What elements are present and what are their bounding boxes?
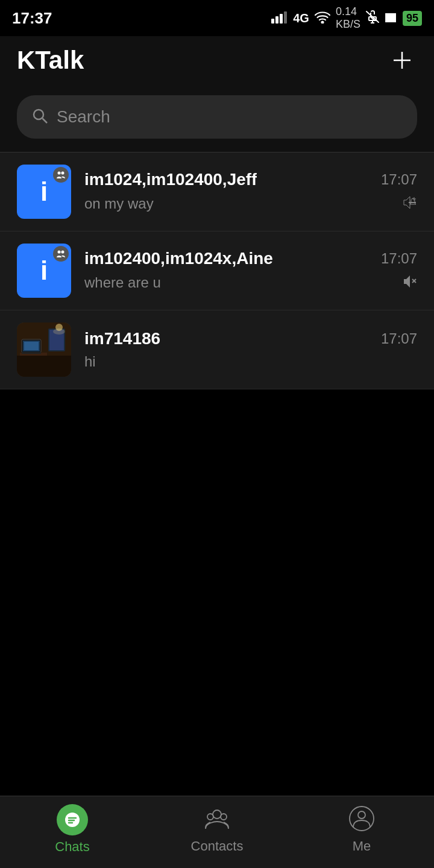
avatar-2: i — [17, 244, 71, 298]
battery-indicator: 95 — [403, 11, 422, 26]
svg-point-31 — [53, 329, 65, 335]
status-bar: 17:37 4G 0.14KB/S — [0, 0, 434, 36]
status-time: 17:37 — [12, 9, 52, 28]
chat-time-2: 17:07 — [381, 250, 417, 267]
svg-rect-2 — [280, 14, 283, 24]
svg-point-10 — [34, 110, 43, 119]
chat-preview-row-2: where are u — [84, 273, 417, 292]
svg-point-40 — [358, 811, 365, 819]
bluetooth-icon: ⯀ — [385, 10, 398, 26]
svg-rect-3 — [284, 11, 287, 24]
avatar-3 — [17, 322, 71, 377]
tab-chats[interactable]: Chats — [0, 804, 145, 861]
avatar-letter-1: i — [40, 177, 48, 207]
mute-status-icon — [365, 10, 380, 26]
search-bar[interactable]: Search — [17, 95, 417, 139]
chat-name-row-1: im1024,im102400,Jeff 17:07 — [84, 170, 417, 189]
svg-point-13 — [61, 172, 64, 175]
bottom-navigation: Chats Contacts Me — [0, 796, 434, 868]
avatar-1: i — [17, 165, 71, 219]
search-placeholder: Search — [57, 107, 403, 127]
chat-info-1: im1024,im102400,Jeff 17:07 on my way — [84, 170, 417, 213]
search-icon — [31, 107, 48, 127]
tab-me-label: Me — [353, 838, 371, 854]
chat-list: i im1024,im102400,Jeff 17:07 on my way — [0, 153, 434, 389]
chat-preview-3: hi — [84, 353, 96, 370]
chat-item-2[interactable]: i im102400,im1024x,Aine 17:07 where are … — [0, 231, 434, 310]
avatar-photo-svg — [17, 322, 71, 377]
chat-info-3: im714186 17:07 hi — [84, 329, 417, 370]
status-icons: 4G 0.14KB/S ⯀ 95 — [271, 5, 422, 31]
tab-contacts[interactable]: Contacts — [145, 805, 289, 860]
svg-rect-0 — [271, 19, 274, 24]
chat-time-1: 17:07 — [381, 171, 417, 188]
chat-name-3: im714186 — [84, 329, 160, 348]
me-icon — [348, 805, 376, 835]
avatar-letter-2: i — [40, 256, 48, 286]
svg-rect-25 — [22, 352, 41, 354]
svg-line-11 — [43, 119, 48, 124]
wifi-icon — [314, 10, 331, 26]
svg-point-36 — [213, 810, 221, 819]
svg-point-12 — [58, 172, 61, 175]
app-title: KTalk — [17, 46, 84, 75]
contacts-icon — [203, 805, 231, 835]
app-header: KTalk — [0, 36, 434, 84]
chat-item-1[interactable]: i im1024,im102400,Jeff 17:07 on my way — [0, 153, 434, 231]
chat-name-1: im1024,im102400,Jeff — [84, 170, 257, 189]
speed-indicator: 0.14KB/S — [336, 5, 360, 31]
network-type: 4G — [293, 11, 309, 25]
mute-icon-1 — [400, 194, 417, 213]
chat-preview-2: where are u — [84, 274, 161, 291]
svg-rect-27 — [24, 342, 39, 350]
svg-rect-22 — [17, 356, 71, 377]
tab-chats-label: Chats — [55, 839, 89, 855]
tab-contacts-label: Contacts — [191, 838, 244, 854]
chat-preview-row-1: on my way — [84, 194, 417, 213]
chat-name-row-2: im102400,im1024x,Aine 17:07 — [84, 249, 417, 268]
chat-info-2: im102400,im1024x,Aine 17:07 where are u — [84, 249, 417, 292]
network-icon — [271, 10, 288, 27]
group-badge-1 — [53, 167, 69, 183]
tab-me[interactable]: Me — [289, 805, 434, 860]
group-badge-2 — [53, 246, 69, 262]
chat-time-3: 17:07 — [381, 330, 417, 347]
chat-item-3[interactable]: im714186 17:07 hi — [0, 310, 434, 389]
svg-point-37 — [207, 814, 213, 820]
mute-icon-2 — [400, 273, 417, 292]
svg-point-4 — [321, 22, 323, 24]
svg-point-38 — [221, 814, 227, 820]
chats-active-icon — [57, 804, 88, 835]
chat-name-2: im102400,im1024x,Aine — [84, 249, 273, 268]
search-container: Search — [0, 84, 434, 152]
svg-point-17 — [58, 251, 61, 254]
new-chat-button[interactable] — [387, 45, 417, 75]
svg-rect-1 — [275, 16, 278, 24]
svg-point-18 — [61, 251, 64, 254]
chat-preview-1: on my way — [84, 195, 154, 212]
chat-name-row-3: im714186 17:07 — [84, 329, 417, 348]
chat-preview-row-3: hi — [84, 353, 417, 370]
